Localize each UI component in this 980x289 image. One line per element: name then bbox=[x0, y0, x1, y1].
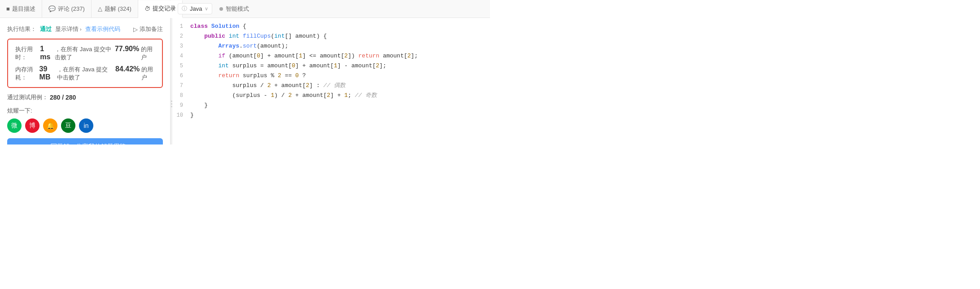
tab-bar-right: ⓘ Java ∨ 智能模式 bbox=[171, 0, 256, 18]
time-label2: ，在所有 Java 提交中击败了 bbox=[55, 45, 113, 61]
line-code: } bbox=[190, 101, 486, 110]
line-number: 10 bbox=[176, 110, 190, 120]
left-panel: 执行结果： 通过 显示详情 › 查看示例代码 ▷ 添加备注 执行用时： 1 ms… bbox=[0, 18, 171, 144]
line-number: 6 bbox=[176, 71, 190, 81]
add-note-label: 添加备注 bbox=[140, 25, 163, 33]
code-line: 2 public int fillCups(int[] amount) { bbox=[172, 31, 490, 41]
time-value: 1 ms bbox=[40, 45, 53, 61]
douban-share-button[interactable]: 豆 bbox=[61, 118, 75, 133]
code-line: 5 int surplus = amount[0] + amount[1] - … bbox=[172, 61, 490, 71]
submissions-icon: ⏱ bbox=[144, 5, 150, 12]
app-container: ■ 题目描述 💬 评论 (237) △ 题解 (324) ⏱ 提交记录 ⓘ Ja… bbox=[0, 0, 490, 144]
share-label: 炫耀一下: bbox=[7, 107, 163, 115]
performance-box: 执行用时： 1 ms ，在所有 Java 提交中击败了 77.90% 的用户 内… bbox=[7, 39, 163, 88]
tab-comments[interactable]: 💬 评论 (237) bbox=[42, 0, 92, 18]
tab-description-label: 题目描述 bbox=[12, 5, 35, 13]
line-code: public int fillCups(int[] amount) { bbox=[190, 31, 486, 41]
tab-solutions-label: 题解 (324) bbox=[105, 5, 131, 13]
code-line: 10} bbox=[172, 110, 490, 120]
mem-perf-row: 内存消耗： 39 MB ，在所有 Java 提交中击败了 84.42% 的用户 bbox=[15, 65, 155, 82]
solutions-icon: △ bbox=[98, 5, 102, 12]
mem-percent: 84.42% bbox=[115, 65, 140, 73]
tab-comments-label: 评论 (237) bbox=[58, 5, 85, 13]
line-code: (surplus - 1) / 2 + amount[2] + 1; // 奇数 bbox=[190, 91, 486, 101]
line-number: 9 bbox=[176, 101, 190, 110]
line-code: class Solution { bbox=[190, 22, 486, 31]
line-number: 7 bbox=[176, 81, 190, 91]
tab-bar-left: ■ 题目描述 💬 评论 (237) △ 题解 (324) ⏱ 提交记录 bbox=[0, 0, 171, 18]
line-code: if (amount[0] + amount[1] <= amount[2]) … bbox=[190, 51, 486, 61]
description-icon: ■ bbox=[6, 5, 10, 12]
test-cases: 通过测试用例： 280 / 280 bbox=[7, 93, 163, 101]
wechat-share-button[interactable]: 微 bbox=[7, 118, 22, 133]
mem-label2: ，在所有 Java 提交中击败了 bbox=[57, 66, 114, 82]
line-number: 3 bbox=[176, 41, 190, 51]
line-number: 5 bbox=[176, 61, 190, 71]
tab-description[interactable]: ■ 题目描述 bbox=[0, 0, 42, 18]
bell-share-button[interactable]: 🔔 bbox=[43, 118, 57, 133]
add-note-button[interactable]: ▷ 添加备注 bbox=[133, 25, 163, 33]
code-line: 6 return surplus % 2 == 0 ? bbox=[172, 71, 490, 81]
code-line: 8 (surplus - 1) / 2 + amount[2] + 1; // … bbox=[172, 91, 490, 101]
test-cases-label: 通过测试用例： bbox=[7, 93, 48, 101]
code-line: 3 Arrays.sort(amount); bbox=[172, 41, 490, 51]
code-line: 9 } bbox=[172, 101, 490, 110]
code-line: 7 surplus / 2 + amount[2] : // 偶数 bbox=[172, 81, 490, 91]
code-editor-panel: 1class Solution {2 public int fillCups(i… bbox=[172, 18, 490, 144]
line-code: surplus / 2 + amount[2] : // 偶数 bbox=[190, 81, 486, 91]
smart-mode-label: 智能模式 bbox=[226, 5, 249, 13]
tab-bar: ■ 题目描述 💬 评论 (237) △ 题解 (324) ⏱ 提交记录 ⓘ Ja… bbox=[0, 0, 490, 18]
time-percent: 77.90% bbox=[115, 45, 139, 53]
time-perf-row: 执行用时： 1 ms ，在所有 Java 提交中击败了 77.90% 的用户 bbox=[15, 45, 155, 61]
comments-icon: 💬 bbox=[48, 5, 56, 12]
share-section: 炫耀一下: 微 博 🔔 豆 in bbox=[7, 107, 163, 133]
line-number: 2 bbox=[176, 31, 190, 41]
mem-label1: 内存消耗： bbox=[15, 66, 38, 82]
smart-mode-dot bbox=[219, 7, 223, 11]
line-number: 4 bbox=[176, 51, 190, 61]
code-line: 4 if (amount[0] + amount[1] <= amount[2]… bbox=[172, 51, 490, 61]
line-code: } bbox=[190, 110, 486, 120]
line-number: 8 bbox=[176, 91, 190, 101]
view-example-link[interactable]: 查看示例代码 bbox=[85, 25, 120, 33]
language-label: Java bbox=[190, 5, 202, 12]
linkedin-share-button[interactable]: in bbox=[79, 118, 93, 133]
tab-solutions[interactable]: △ 题解 (324) bbox=[92, 0, 138, 18]
flag-icon: ▷ bbox=[133, 26, 138, 33]
code-line: 1class Solution { bbox=[172, 22, 490, 31]
mem-value: 39 MB bbox=[39, 65, 56, 81]
line-code: int surplus = amount[0] + amount[1] - am… bbox=[190, 61, 486, 71]
result-label: 执行结果： bbox=[7, 25, 36, 33]
show-detail-link[interactable]: 显示详情 › bbox=[55, 25, 82, 33]
test-cases-value: 280 / 280 bbox=[50, 94, 76, 101]
language-selector[interactable]: ⓘ Java ∨ bbox=[178, 3, 212, 14]
weibo-share-button[interactable]: 博 bbox=[25, 118, 39, 133]
line-number: 1 bbox=[176, 22, 190, 31]
result-status: 通过 bbox=[40, 25, 52, 33]
mem-label3: 的用户 bbox=[141, 66, 155, 82]
main-content: 执行结果： 通过 显示详情 › 查看示例代码 ▷ 添加备注 执行用时： 1 ms… bbox=[0, 18, 490, 144]
code-editor[interactable]: 1class Solution {2 public int fillCups(i… bbox=[172, 22, 490, 120]
line-code: return surplus % 2 == 0 ? bbox=[190, 71, 486, 81]
language-info-icon: ⓘ bbox=[182, 5, 187, 13]
time-label1: 执行用时： bbox=[15, 45, 38, 61]
smart-mode-toggle[interactable]: 智能模式 bbox=[219, 5, 249, 13]
write-solution-button[interactable]: ✏ 写题解，分享我的解题思路 bbox=[7, 138, 163, 144]
social-icons: 微 博 🔔 豆 in bbox=[7, 118, 163, 133]
line-code: Arrays.sort(amount); bbox=[190, 41, 486, 51]
result-header: 执行结果： 通过 显示详情 › 查看示例代码 ▷ 添加备注 bbox=[7, 25, 163, 33]
time-label3: 的用户 bbox=[141, 45, 155, 61]
chevron-down-icon: ∨ bbox=[205, 6, 208, 12]
